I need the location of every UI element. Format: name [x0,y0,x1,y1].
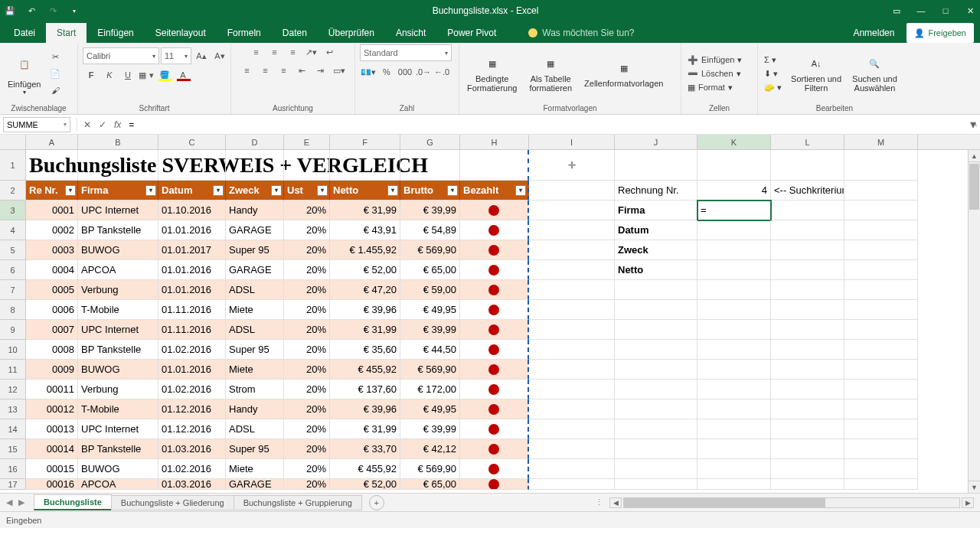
scroll-thumb[interactable] [969,164,979,210]
cell[interactable]: T-Mobile [78,399,158,419]
cell[interactable]: 20% [284,220,330,240]
fill-button[interactable]: ⬇ ▾ [763,68,783,80]
cell[interactable]: € 49,95 [400,300,460,320]
col-header[interactable]: C [158,135,226,149]
cell[interactable]: Rechnung Nr. [615,181,697,201]
dec-dec-icon[interactable]: ←.0 [433,64,450,80]
cell[interactable]: 20% [284,380,330,399]
cell[interactable]: 20% [284,340,330,360]
formula-input[interactable] [126,117,966,132]
cell[interactable]: € 35,60 [330,340,400,360]
cell[interactable]: Super 95 [226,240,284,260]
save-icon[interactable]: 💾 [5,5,15,16]
tab-insert[interactable]: Einfügen [87,23,144,43]
row-header[interactable]: 5 [0,240,26,260]
row-header[interactable]: 15 [0,439,26,459]
italic-button[interactable]: K [101,67,118,83]
filter-icon[interactable]: ▾ [317,185,328,196]
cell[interactable]: GARAGE [226,220,284,240]
cell[interactable]: 0006 [26,300,78,320]
font-color-button[interactable]: A [175,67,191,83]
cell[interactable] [460,300,529,320]
cancel-formula-icon[interactable]: ✕ [83,119,91,130]
tab-review[interactable]: Überprüfen [318,23,385,43]
cell[interactable]: € 1.455,92 [330,240,400,260]
cell[interactable] [460,479,529,490]
cell[interactable]: 01.01.2016 [158,360,226,380]
cell[interactable]: 01.12.2016 [158,419,226,439]
cell[interactable]: € 39,96 [330,300,400,320]
tab-view[interactable]: Ansicht [385,23,436,43]
cell[interactable] [460,360,529,380]
cell[interactable] [460,201,529,220]
align-center-icon[interactable]: ≡ [257,63,274,78]
decrease-font-icon[interactable]: A▾ [211,48,228,64]
table-header[interactable]: Ust▾ [284,181,330,201]
col-header[interactable]: J [615,135,697,149]
row-header[interactable]: 12 [0,380,26,399]
tab-data[interactable]: Daten [272,23,318,43]
row-header[interactable]: 3 [0,201,26,220]
cell[interactable]: 01.11.2016 [158,300,226,320]
col-header[interactable]: H [460,135,529,149]
table-header[interactable]: Bezahlt▾ [460,181,529,201]
comma-icon[interactable]: 000 [397,64,413,80]
cell[interactable]: 0007 [26,320,78,340]
close-icon[interactable]: ✕ [965,6,975,16]
share-button[interactable]: 👤Freigeben [906,23,974,43]
cell[interactable]: 4 [697,181,771,201]
autosum-button[interactable]: Σ ▾ [763,54,783,66]
conditional-formatting-button[interactable]: ▦Bedingte Formatierung [464,53,520,94]
row-header[interactable]: 7 [0,280,26,300]
cell[interactable]: € 455,92 [330,360,400,380]
cell[interactable]: € 39,99 [400,201,460,220]
table-header[interactable]: Datum▾ [158,181,226,201]
cell[interactable]: € 455,92 [330,459,400,479]
cell[interactable]: Super 95 [226,340,284,360]
cell[interactable]: 20% [284,479,330,490]
cell[interactable]: BP Tankstelle [78,340,158,360]
undo-icon[interactable]: ↶ [26,5,37,16]
cell[interactable]: Miete [226,459,284,479]
table-header[interactable]: Firma▾ [78,181,158,201]
add-sheet-button[interactable]: + [369,495,384,510]
sort-filter-button[interactable]: A↓Sortieren und Filtern [788,53,844,94]
cell-styles-button[interactable]: ▦Zellenformatvorlagen [581,57,666,90]
cell[interactable]: BUWOG [78,459,158,479]
cell[interactable]: Netto [615,260,697,280]
cell[interactable]: 20% [284,240,330,260]
cell[interactable]: € 59,00 [400,280,460,300]
cell[interactable]: 00013 [26,419,78,439]
row-header[interactable]: 17 [0,479,26,490]
accounting-icon[interactable]: 💶▾ [360,64,377,80]
collapse-ribbon-icon[interactable]: ^ [972,121,977,132]
row-header[interactable]: 6 [0,260,26,280]
paste-button[interactable]: 📋 Einfügen ▾ [5,51,44,97]
align-right-icon[interactable]: ≡ [276,63,292,78]
cell[interactable]: 01.02.2016 [158,380,226,399]
cell[interactable]: Firma [615,201,697,220]
cell[interactable]: Datum [615,220,697,240]
percent-icon[interactable]: % [378,64,395,80]
table-header[interactable]: Re Nr.▾ [26,181,78,201]
cell[interactable] [460,340,529,360]
cell[interactable]: € 52,00 [330,260,400,280]
borders-button[interactable]: ▦ ▾ [138,67,155,83]
cell[interactable] [460,439,529,459]
cell[interactable]: 20% [284,360,330,380]
cell[interactable]: 01.01.2016 [158,260,226,280]
cell[interactable]: 01.12.2016 [158,399,226,419]
inc-dec-icon[interactable]: .0→ [415,64,432,80]
font-name-select[interactable]: Calibri▾ [83,47,159,64]
cell[interactable]: € 39,96 [330,399,400,419]
cell[interactable]: Super 95 [226,439,284,459]
copy-icon[interactable]: 📄 [47,66,64,81]
maximize-icon[interactable]: □ [940,6,951,16]
cell[interactable]: <-- Suchkriterium [771,181,844,201]
cell[interactable]: 20% [284,280,330,300]
redo-icon[interactable]: ↷ [47,5,58,16]
cell[interactable]: € 65,00 [400,260,460,280]
cell[interactable]: € 31,99 [330,201,400,220]
cell[interactable] [460,380,529,399]
active-cell[interactable]: = [697,201,771,220]
